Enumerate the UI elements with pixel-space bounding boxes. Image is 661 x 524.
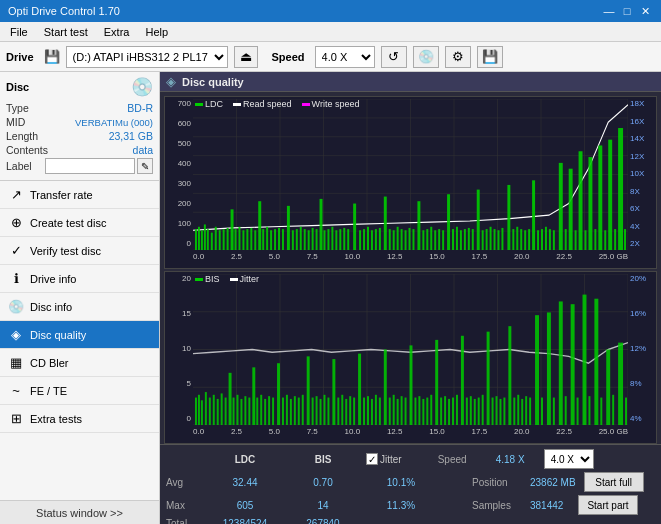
svg-rect-89 — [482, 230, 484, 250]
svg-rect-192 — [426, 398, 428, 425]
speed-select[interactable]: 4.0 X 2.0 X 1.0 X — [315, 46, 375, 68]
svg-rect-83 — [456, 227, 458, 250]
svg-rect-27 — [223, 229, 225, 250]
read-speed-color — [233, 103, 241, 106]
svg-rect-160 — [290, 399, 292, 425]
svg-rect-157 — [277, 363, 280, 425]
bis-color — [195, 278, 203, 281]
menu-extra[interactable]: Extra — [98, 25, 136, 39]
svg-rect-30 — [235, 229, 237, 250]
settings-button[interactable]: ⚙ — [445, 46, 471, 68]
read-speed-legend-label: Read speed — [243, 99, 292, 109]
svg-rect-180 — [375, 395, 377, 425]
svg-rect-64 — [375, 229, 377, 250]
svg-rect-106 — [553, 230, 555, 250]
disc-quality-icon: ◈ — [8, 327, 24, 342]
svg-rect-185 — [397, 399, 399, 425]
svg-rect-77 — [430, 227, 432, 250]
svg-rect-229 — [606, 350, 610, 426]
svg-rect-137 — [198, 395, 200, 425]
menu-start-test[interactable]: Start test — [38, 25, 94, 39]
eject-button[interactable]: ⏏ — [234, 46, 258, 68]
svg-rect-76 — [426, 229, 428, 250]
legend-read-speed: Read speed — [233, 99, 292, 109]
svg-rect-224 — [577, 398, 579, 425]
svg-rect-118 — [614, 229, 616, 250]
samples-label: Samples — [472, 500, 522, 511]
svg-rect-217 — [535, 315, 539, 425]
close-button[interactable]: ✕ — [637, 3, 653, 19]
chart1-x-axis: 0.0 2.5 5.0 7.5 10.0 12.5 15.0 17.5 20.0… — [193, 250, 628, 268]
position-value: 23862 MB — [530, 477, 576, 488]
svg-rect-115 — [598, 145, 602, 250]
menu-file[interactable]: File — [4, 25, 34, 39]
svg-rect-63 — [371, 230, 373, 250]
svg-rect-62 — [367, 227, 369, 250]
svg-rect-95 — [507, 185, 510, 250]
save-button[interactable]: 💾 — [477, 46, 503, 68]
svg-rect-206 — [487, 332, 490, 425]
max-bis: 14 — [288, 500, 358, 511]
svg-rect-151 — [252, 367, 255, 425]
refresh-button[interactable]: ↺ — [381, 46, 407, 68]
jitter-checkbox-box[interactable]: ✓ — [366, 453, 378, 465]
stats-speed-select[interactable]: 4.0 X — [544, 449, 594, 469]
svg-rect-221 — [559, 301, 563, 425]
svg-rect-147 — [237, 395, 239, 425]
extra-tests-label: Extra tests — [30, 413, 82, 425]
sidebar-item-drive-info[interactable]: ℹ Drive info — [0, 265, 159, 293]
cd-bler-icon: ▦ — [8, 355, 24, 370]
svg-rect-97 — [516, 227, 518, 250]
label-edit-button[interactable]: ✎ — [137, 158, 153, 174]
jitter-checkbox[interactable]: ✓ Jitter — [366, 453, 402, 465]
sidebar-item-extra-tests[interactable]: ⊞ Extra tests — [0, 405, 159, 433]
label-input[interactable] — [45, 158, 135, 174]
svg-rect-74 — [417, 201, 420, 250]
svg-rect-228 — [600, 398, 602, 425]
chart2-y-right: 20% 16% 12% 8% 4% — [628, 272, 656, 423]
svg-rect-166 — [316, 396, 318, 425]
svg-rect-179 — [371, 399, 373, 425]
drive-select[interactable]: (D:) ATAPI iHBS312 2 PL17 — [66, 46, 228, 68]
max-label: Max — [166, 500, 202, 511]
svg-rect-68 — [393, 230, 395, 250]
sidebar-item-fe-te[interactable]: ~ FE / TE — [0, 377, 159, 405]
svg-rect-200 — [461, 336, 464, 425]
nav-items: ↗ Transfer rate ⊕ Create test disc ✓ Ver… — [0, 181, 159, 500]
svg-rect-100 — [528, 229, 530, 250]
svg-rect-186 — [401, 396, 403, 425]
chart2-svg — [193, 274, 628, 425]
menu-help[interactable]: Help — [139, 25, 174, 39]
svg-rect-149 — [244, 396, 246, 425]
svg-rect-153 — [260, 395, 262, 425]
sidebar-item-verify-test-disc[interactable]: ✓ Verify test disc — [0, 237, 159, 265]
sidebar-item-create-test-disc[interactable]: ⊕ Create test disc — [0, 209, 159, 237]
fe-te-label: FE / TE — [30, 385, 67, 397]
svg-rect-39 — [270, 230, 272, 250]
svg-rect-146 — [233, 398, 235, 425]
avg-ldc: 32.44 — [210, 477, 280, 488]
svg-rect-25 — [215, 227, 217, 250]
sidebar-item-cd-bler[interactable]: ▦ CD Bler — [0, 349, 159, 377]
minimize-button[interactable]: — — [601, 3, 617, 19]
svg-rect-52 — [324, 230, 326, 250]
svg-rect-161 — [294, 396, 296, 425]
start-part-button[interactable]: Start part — [578, 495, 638, 515]
contents-label: Contents — [6, 144, 48, 156]
start-full-button[interactable]: Start full — [584, 472, 644, 492]
svg-rect-102 — [537, 230, 539, 250]
svg-rect-45 — [296, 229, 298, 250]
sidebar-item-transfer-rate[interactable]: ↗ Transfer rate — [0, 181, 159, 209]
svg-rect-158 — [282, 398, 284, 425]
sidebar-item-disc-quality[interactable]: ◈ Disc quality — [0, 321, 159, 349]
status-window-button[interactable]: Status window >> — [0, 500, 159, 524]
chart1-y-right: 18X 16X 14X 12X 10X 8X 6X 4X 2X — [628, 97, 656, 248]
svg-rect-87 — [472, 229, 474, 250]
disc-button[interactable]: 💿 — [413, 46, 439, 68]
svg-rect-201 — [466, 398, 468, 425]
disc-info-icon: 💿 — [8, 299, 24, 314]
maximize-button[interactable]: □ — [619, 3, 635, 19]
svg-rect-24 — [211, 233, 213, 250]
disc-panel: Disc 💿 Type BD-R MID VERBATIMu (000) Len… — [0, 72, 159, 181]
sidebar-item-disc-info[interactable]: 💿 Disc info — [0, 293, 159, 321]
